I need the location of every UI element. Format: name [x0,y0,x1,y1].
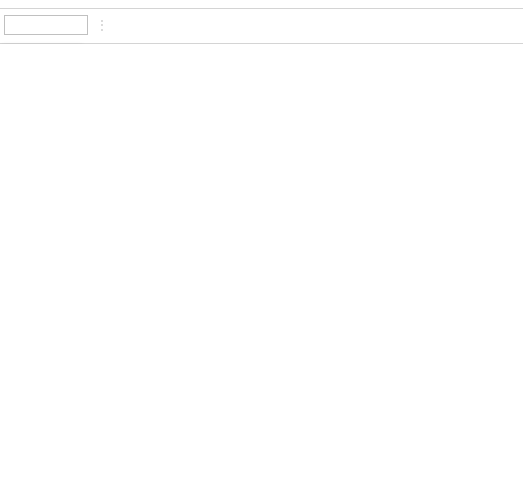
name-box[interactable] [4,15,88,35]
ribbon-btn-connections[interactable] [64,2,76,4]
ribbon-btn-web[interactable] [20,2,32,4]
ribbon-btn-all[interactable] [78,2,90,4]
formula-bar-row: ⋮ [0,9,523,44]
separator-dots: ⋮ [96,18,108,32]
ribbon-btn-sources[interactable] [48,2,60,4]
ribbon-btn-edit-links[interactable] [94,2,98,4]
ribbon-btn-text[interactable] [34,2,46,4]
ribbon-btn-access[interactable] [6,2,18,4]
formula-bar-input[interactable] [160,15,519,35]
ribbon-btn-sort[interactable] [501,2,517,4]
